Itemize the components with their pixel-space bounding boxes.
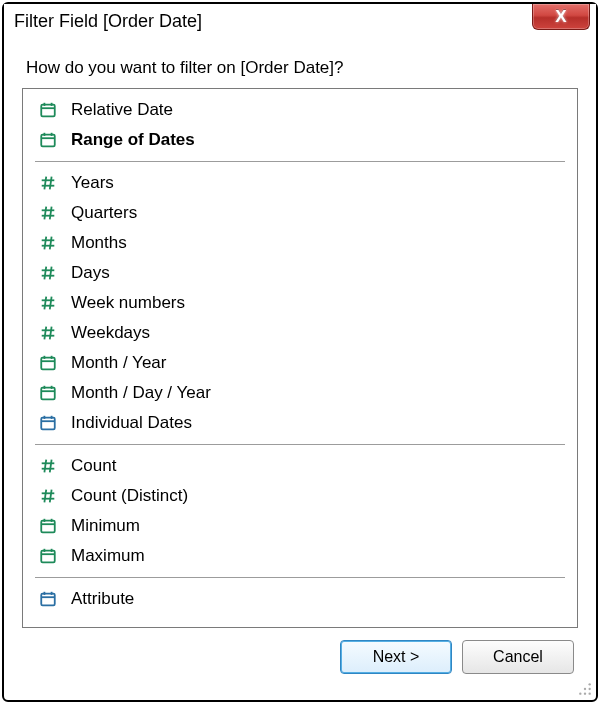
filter-option[interactable]: Months — [23, 228, 577, 258]
hash-icon — [37, 455, 59, 477]
svg-line-50 — [44, 490, 46, 503]
calendar-icon — [37, 382, 59, 404]
filter-option[interactable]: Range of Dates — [23, 125, 577, 155]
svg-rect-52 — [41, 521, 55, 533]
svg-line-47 — [50, 460, 52, 473]
svg-rect-0 — [41, 105, 55, 117]
hash-icon — [37, 232, 59, 254]
filter-option[interactable]: Minimum — [23, 511, 577, 541]
svg-point-66 — [589, 688, 591, 690]
filter-option[interactable]: Individual Dates — [23, 408, 577, 438]
filter-option-label: Years — [71, 173, 114, 193]
group-separator — [35, 161, 565, 162]
svg-line-23 — [50, 267, 52, 280]
svg-rect-32 — [41, 358, 55, 370]
filter-option[interactable]: Count (Distinct) — [23, 481, 577, 511]
dialog-window: Filter Field [Order Date] X How do you w… — [2, 2, 598, 702]
filter-option-label: Week numbers — [71, 293, 185, 313]
svg-line-22 — [44, 267, 46, 280]
filter-option[interactable]: Maximum — [23, 541, 577, 571]
filter-option-label: Count — [71, 456, 116, 476]
filter-option-label: Minimum — [71, 516, 140, 536]
filter-option[interactable]: Attribute — [23, 584, 577, 614]
svg-rect-36 — [41, 388, 55, 400]
calendar-icon — [37, 412, 59, 434]
close-icon: X — [555, 8, 566, 25]
hash-icon — [37, 172, 59, 194]
svg-rect-40 — [41, 418, 55, 430]
filter-option-label: Month / Year — [71, 353, 166, 373]
hash-icon — [37, 202, 59, 224]
resize-grip-icon[interactable] — [578, 682, 592, 696]
filter-option[interactable]: Days — [23, 258, 577, 288]
filter-option[interactable]: Month / Year — [23, 348, 577, 378]
filter-option[interactable]: Weekdays — [23, 318, 577, 348]
svg-line-51 — [50, 490, 52, 503]
calendar-icon — [37, 99, 59, 121]
close-button[interactable]: X — [532, 4, 590, 30]
filter-option[interactable]: Count — [23, 451, 577, 481]
hash-icon — [37, 292, 59, 314]
svg-line-31 — [50, 327, 52, 340]
filter-option-label: Month / Day / Year — [71, 383, 211, 403]
filter-options-list[interactable]: Relative DateRange of DatesYearsQuarters… — [22, 88, 578, 628]
calendar-icon — [37, 352, 59, 374]
filter-option[interactable]: Years — [23, 168, 577, 198]
svg-point-67 — [579, 693, 581, 695]
dialog-content: How do you want to filter on [Order Date… — [4, 38, 596, 700]
svg-line-27 — [50, 297, 52, 310]
svg-point-68 — [584, 693, 586, 695]
svg-point-69 — [589, 693, 591, 695]
hash-icon — [37, 485, 59, 507]
filter-option-label: Days — [71, 263, 110, 283]
svg-line-15 — [50, 207, 52, 220]
filter-option-label: Individual Dates — [71, 413, 192, 433]
svg-rect-60 — [41, 594, 55, 606]
svg-line-18 — [44, 237, 46, 250]
filter-option[interactable]: Week numbers — [23, 288, 577, 318]
group-separator — [35, 444, 565, 445]
svg-point-65 — [584, 688, 586, 690]
svg-line-14 — [44, 207, 46, 220]
filter-option[interactable]: Relative Date — [23, 95, 577, 125]
svg-line-46 — [44, 460, 46, 473]
cancel-button[interactable]: Cancel — [462, 640, 574, 674]
filter-option-label: Range of Dates — [71, 130, 195, 150]
filter-option-label: Quarters — [71, 203, 137, 223]
calendar-icon — [37, 588, 59, 610]
titlebar: Filter Field [Order Date] X — [4, 4, 596, 38]
filter-option-label: Count (Distinct) — [71, 486, 188, 506]
hash-icon — [37, 322, 59, 344]
hash-icon — [37, 262, 59, 284]
window-title: Filter Field [Order Date] — [14, 11, 202, 32]
calendar-icon — [37, 515, 59, 537]
svg-line-11 — [50, 177, 52, 190]
svg-line-30 — [44, 327, 46, 340]
filter-option[interactable]: Month / Day / Year — [23, 378, 577, 408]
svg-line-19 — [50, 237, 52, 250]
filter-option[interactable]: Quarters — [23, 198, 577, 228]
calendar-icon — [37, 545, 59, 567]
filter-option-label: Relative Date — [71, 100, 173, 120]
prompt-text: How do you want to filter on [Order Date… — [26, 58, 578, 78]
dialog-buttons: Next > Cancel — [22, 640, 578, 674]
filter-option-label: Attribute — [71, 589, 134, 609]
svg-rect-4 — [41, 135, 55, 147]
filter-option-label: Maximum — [71, 546, 145, 566]
svg-point-64 — [589, 683, 591, 685]
svg-line-26 — [44, 297, 46, 310]
svg-rect-56 — [41, 551, 55, 563]
filter-option-label: Weekdays — [71, 323, 150, 343]
calendar-icon — [37, 129, 59, 151]
next-button[interactable]: Next > — [340, 640, 452, 674]
filter-option-label: Months — [71, 233, 127, 253]
group-separator — [35, 577, 565, 578]
svg-line-10 — [44, 177, 46, 190]
